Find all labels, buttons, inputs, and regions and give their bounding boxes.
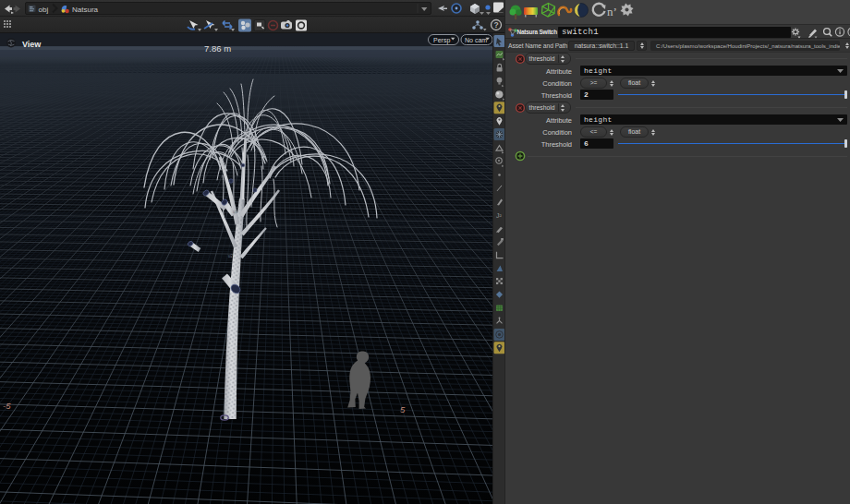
svg-text:?: ? bbox=[493, 20, 498, 30]
svg-text:7.86 m: 7.86 m bbox=[204, 43, 231, 54]
svg-text:View: View bbox=[22, 40, 42, 49]
svg-text:u2: u2 bbox=[228, 254, 234, 258]
svg-text:Persp: Persp bbox=[433, 37, 450, 44]
svg-text:-5: -5 bbox=[3, 401, 11, 411]
svg-text:Natsura: Natsura bbox=[72, 6, 99, 14]
svg-text:n’: n’ bbox=[607, 5, 617, 18]
svg-text:No cam: No cam bbox=[465, 37, 487, 43]
svg-text:5: 5 bbox=[400, 404, 406, 414]
svg-text:J²: J² bbox=[496, 212, 503, 219]
svg-text:uh: uh bbox=[233, 210, 238, 214]
svg-text:obj: obj bbox=[39, 6, 49, 14]
